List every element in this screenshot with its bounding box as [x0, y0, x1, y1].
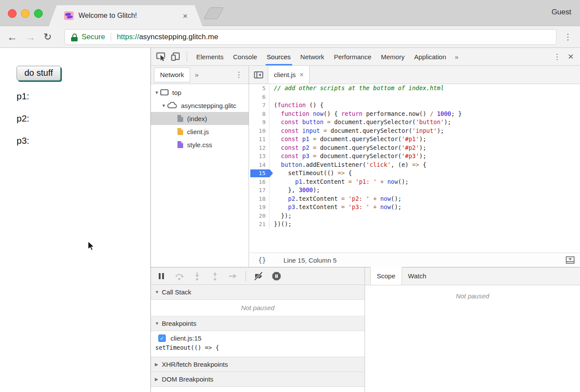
step-button[interactable]: [228, 271, 238, 281]
code-line-15[interactable]: 15 setTimeout(() => {: [249, 169, 580, 178]
tab-watch[interactable]: Watch: [402, 267, 433, 285]
pause-on-exceptions-button[interactable]: [271, 271, 282, 281]
line-number[interactable]: 11: [249, 135, 270, 144]
panel-toggle-icon[interactable]: [566, 256, 575, 264]
tree-item--index-[interactable]: (index): [151, 112, 249, 125]
code-line-16[interactable]: 16 p1.textContent = 'p1: ' + now();: [249, 178, 580, 186]
line-number[interactable]: 17: [249, 186, 270, 195]
minimize-window-button[interactable]: [21, 9, 30, 18]
pause-script-button[interactable]: [156, 271, 167, 281]
pretty-print-icon[interactable]: {}: [258, 256, 266, 264]
tab-elements[interactable]: Elements: [191, 48, 229, 65]
more-tabs-icon[interactable]: »: [451, 53, 462, 61]
browser-tab[interactable]: Welcome to Glitch! ×: [49, 5, 202, 26]
code-line-10[interactable]: 10 const input = document.querySelector(…: [249, 127, 580, 135]
step-out-button[interactable]: [210, 271, 220, 281]
breakpoint-badge[interactable]: 15: [249, 169, 270, 178]
tab-console[interactable]: Console: [229, 48, 262, 65]
navigator-tab-network[interactable]: Network: [154, 68, 190, 82]
navigator-more-tabs-icon[interactable]: »: [195, 71, 198, 78]
step-into-button[interactable]: [192, 271, 202, 281]
section-dom-breakpoints[interactable]: ▶ DOM Breakpoints: [151, 372, 365, 387]
code-line-21[interactable]: 21})();: [249, 220, 580, 229]
editor-tab-close-icon[interactable]: ×: [300, 71, 304, 79]
hide-navigator-icon[interactable]: [254, 71, 263, 79]
navigator-menu-icon[interactable]: ⋮: [235, 70, 242, 79]
address-bar[interactable]: Secure https://asyncstepping.glitch.me: [65, 29, 556, 45]
code-line-20[interactable]: 20 });: [249, 212, 580, 220]
line-number[interactable]: 9: [249, 118, 270, 127]
back-button[interactable]: ←: [7, 26, 17, 47]
line-number[interactable]: 5: [249, 84, 270, 93]
code-line-13[interactable]: 13 const p3 = document.querySelector('#p…: [249, 152, 580, 161]
device-toolbar-icon[interactable]: [170, 51, 181, 62]
tab-sources[interactable]: Sources: [262, 48, 296, 65]
section-call-stack[interactable]: ▼ Call Stack: [151, 285, 365, 300]
code-line-8[interactable]: 8 function now() { return performance.no…: [249, 110, 580, 118]
tab-performance[interactable]: Performance: [329, 48, 376, 65]
code-text: const p1 = document.querySelector('#p1')…: [270, 135, 426, 144]
inspect-element-icon[interactable]: [155, 51, 167, 62]
breakpoint-checkbox[interactable]: ✓: [158, 335, 166, 342]
zoom-window-button[interactable]: [34, 9, 43, 18]
tab-network[interactable]: Network: [296, 48, 329, 65]
code-line-11[interactable]: 11 const p1 = document.querySelector('#p…: [249, 135, 580, 144]
line-number[interactable]: 10: [249, 127, 270, 135]
breakpoint-entry[interactable]: ✓ client.js:15 setTimeout(() => {: [151, 331, 365, 357]
line-number[interactable]: 14: [249, 161, 270, 169]
line-number[interactable]: 18: [249, 195, 270, 203]
debugger-toolbar-separator: [246, 271, 246, 281]
devtools-menu-icon[interactable]: ⋮: [551, 52, 563, 61]
expand-icon[interactable]: ▶: [155, 362, 162, 367]
section-breakpoints[interactable]: ▼ Breakpoints: [151, 316, 365, 331]
tree-item-client-js[interactable]: client.js: [151, 125, 249, 138]
code-line-14[interactable]: 14 button.addEventListener('click', (e) …: [249, 161, 580, 169]
code-line-18[interactable]: 18 p2.textContent = 'p2: ' + now();: [249, 195, 580, 203]
section-xhr-breakpoints[interactable]: ▶ XHR/fetch Breakpoints: [151, 357, 365, 372]
tab-scope[interactable]: Scope: [370, 267, 402, 285]
line-number[interactable]: 6: [249, 93, 270, 101]
code-line-9[interactable]: 9 const button = document.querySelector(…: [249, 118, 580, 127]
step-over-button[interactable]: [174, 271, 184, 281]
line-number[interactable]: 20: [249, 212, 270, 220]
code-line-7[interactable]: 7(function () {: [249, 101, 580, 110]
new-tab-button[interactable]: [204, 7, 224, 19]
line-number[interactable]: 13: [249, 152, 270, 161]
line-number[interactable]: 7: [249, 101, 270, 110]
code-text: p2.textContent = 'p2: ' + now();: [270, 195, 402, 203]
tab-memory[interactable]: Memory: [376, 48, 409, 65]
tree-item-asyncstepping-glitc[interactable]: ▼asyncstepping.glitc: [151, 99, 249, 112]
line-number[interactable]: 21: [249, 220, 270, 229]
collapse-icon[interactable]: ▼: [155, 290, 162, 294]
section-global-listeners[interactable]: ▶ Global Listeners: [151, 387, 365, 392]
expander-icon[interactable]: ▼: [160, 103, 167, 108]
expand-icon[interactable]: ▶: [155, 377, 162, 382]
browser-tab-strip: Welcome to Glitch! × Guest: [0, 0, 580, 26]
tree-item-top[interactable]: ▼top: [151, 86, 249, 99]
code-line-12[interactable]: 12 const p2 = document.querySelector('#p…: [249, 144, 580, 152]
tab-application[interactable]: Application: [409, 48, 451, 65]
code-line-5[interactable]: 5// add other scripts at the bottom of i…: [249, 84, 580, 93]
doc-gray-icon: [177, 115, 184, 122]
collapse-icon[interactable]: ▼: [155, 321, 162, 326]
browser-menu-icon[interactable]: ⋮: [564, 26, 572, 47]
line-number[interactable]: 16: [249, 178, 270, 186]
expander-icon[interactable]: ▼: [154, 90, 160, 95]
close-window-button[interactable]: [8, 9, 17, 18]
tree-item-style-css[interactable]: style.css: [151, 138, 249, 151]
line-number[interactable]: 8: [249, 110, 270, 118]
frame-icon: [160, 89, 169, 96]
line-number[interactable]: 19: [249, 203, 270, 212]
tab-close-icon[interactable]: ×: [183, 12, 188, 20]
code-line-6[interactable]: 6: [249, 93, 580, 101]
code-text: (function () {: [270, 101, 324, 110]
devtools-close-icon[interactable]: ✕: [563, 52, 580, 61]
code-editor[interactable]: 5// add other scripts at the bottom of i…: [249, 84, 580, 253]
deactivate-breakpoints-button[interactable]: [253, 271, 264, 281]
line-number[interactable]: 12: [249, 144, 270, 152]
code-line-19[interactable]: 19 p3.textContent = 'p3: ' + now();: [249, 203, 580, 212]
editor-tab-clientjs[interactable]: client.js ×: [268, 66, 310, 84]
reload-button[interactable]: ↻: [44, 26, 51, 47]
code-line-17[interactable]: 17 }, 3000);: [249, 186, 580, 195]
do-stuff-button[interactable]: do stuff: [17, 66, 61, 81]
